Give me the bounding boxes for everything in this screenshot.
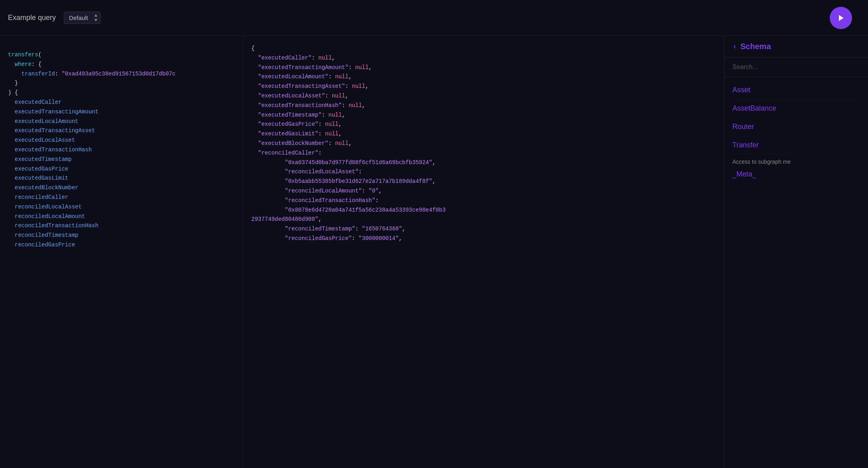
query-line-19: reconciledTransactionHash xyxy=(8,222,99,229)
result-line-reconciledTransactionHash-key: "reconciledTransactionHash": xyxy=(251,196,716,206)
schema-item-transfer[interactable]: Transfer xyxy=(732,136,860,155)
schema-item-meta[interactable]: _Meta_ xyxy=(732,167,860,182)
query-line-16: reconciledCaller xyxy=(8,194,68,200)
query-line-10: executedLocalAsset xyxy=(8,137,75,143)
schema-header: ‹ Schema xyxy=(724,36,868,58)
query-line-20: reconciledTimestamp xyxy=(8,232,78,238)
result-line-reconciledLocalAsset-val: "0xb5aabb55385bfbe31d627e2a717a7b189dda4… xyxy=(251,177,716,186)
query-line-5: ) { xyxy=(8,89,18,96)
main-content: transfers( where: { transferId: "0xad493… xyxy=(0,36,868,468)
result-line-reconciledTransactionHash-val1: "0x8078e6d4720a04a741f5a56c238a4a53393ce… xyxy=(251,206,716,215)
default-select[interactable]: Default xyxy=(64,12,101,24)
result-line-executedLocalAmount: "executedLocalAmount": null, xyxy=(251,72,716,82)
result-line-brace-open: { xyxy=(251,44,716,54)
query-panel: transfers( where: { transferId: "0xad493… xyxy=(0,36,243,468)
result-line-reconciledGasPrice: "reconciledGasPrice": "3000000014", xyxy=(251,234,716,244)
schema-search[interactable] xyxy=(724,58,868,77)
query-line-7: executedTransactingAmount xyxy=(8,109,99,115)
query-line-13: executedGasPrice xyxy=(8,166,68,172)
query-line-3: transferId: "0xad493a95c38ed91567153d0d1… xyxy=(8,71,176,77)
schema-item-asset[interactable]: Asset xyxy=(732,81,860,99)
query-line-11: executedTransactionHash xyxy=(8,147,92,153)
result-line-executedTransactionHash: "executedTransactionHash": null, xyxy=(251,101,716,111)
result-line-executedBlockNumber: "executedBlockNumber": null, xyxy=(251,139,716,149)
schema-panel: ‹ Schema Asset AssetBalance Router Trans… xyxy=(724,36,868,468)
query-line-6: executedCaller xyxy=(8,99,61,105)
result-line-reconciledLocalAsset-key: "reconciledLocalAsset": xyxy=(251,167,716,177)
query-line-18: reconciledLocalAmount xyxy=(8,213,85,220)
schema-meta-description: Access to subgraph me xyxy=(732,155,860,167)
run-button[interactable] xyxy=(830,7,852,29)
result-line-executedCaller: "executedCaller": null, xyxy=(251,54,716,63)
schema-item-assetbalance[interactable]: AssetBalance xyxy=(732,99,860,118)
query-editor: transfers( where: { transferId: "0xad493… xyxy=(8,44,239,256)
query-line-21: reconciledGasPrice xyxy=(8,242,75,248)
result-line-reconciledTransactionHash-val2: 2937749ded80480d908", xyxy=(251,215,716,224)
result-line-executedTransactingAmount: "executedTransactingAmount": null, xyxy=(251,63,716,73)
query-line-9: executedTransactingAsset xyxy=(8,127,95,134)
schema-items-list: Asset AssetBalance Router Transfer Acces… xyxy=(724,77,868,468)
top-bar: Example query Default ▲ ▼ xyxy=(0,0,868,36)
result-line-executedGasPrice: "executedGasPrice": null, xyxy=(251,120,716,129)
result-line-reconciledCaller-key: "reconciledCaller": xyxy=(251,149,716,158)
example-query-label: Example query xyxy=(8,14,56,22)
schema-title: Schema xyxy=(740,42,771,51)
result-line-executedTransactingAsset: "executedTransactingAsset": null, xyxy=(251,82,716,91)
result-panel: { "executedCaller": null, "executedTrans… xyxy=(243,36,724,468)
result-line-reconciledLocalAmount: "reconciledLocalAmount": "0", xyxy=(251,186,716,196)
schema-item-router[interactable]: Router xyxy=(732,118,860,136)
query-line-2: where: { xyxy=(8,61,41,67)
result-line-executedLocalAsset: "executedLocalAsset": null, xyxy=(251,91,716,101)
query-line-17: reconciledLocalAsset xyxy=(8,204,82,210)
schema-search-input[interactable] xyxy=(732,61,860,73)
query-line-1: transfers( xyxy=(8,52,41,58)
query-line-15: executedBlockNumber xyxy=(8,184,78,191)
result-line-executedGasLimit: "executedGasLimit": null, xyxy=(251,129,716,139)
result-line-executedTimestamp: "executedTimestamp": null, xyxy=(251,111,716,120)
query-line-14: executedGasLimit xyxy=(8,175,68,181)
back-icon[interactable]: ‹ xyxy=(732,42,737,51)
query-line-4: } xyxy=(8,80,18,86)
svg-marker-0 xyxy=(839,15,844,21)
query-line-12: executedTimestamp xyxy=(8,156,72,163)
query-line-8: executedLocalAmount xyxy=(8,118,78,125)
result-line-reconciledCaller-val: "0xa03745d0ba7d977fd08f6cf51d6a69bcbfb35… xyxy=(251,158,716,168)
result-content: { "executedCaller": null, "executedTrans… xyxy=(251,44,716,244)
result-line-reconciledTimestamp: "reconciledTimestamp": "1650764368", xyxy=(251,224,716,234)
default-select-wrapper[interactable]: Default ▲ ▼ xyxy=(64,12,101,24)
